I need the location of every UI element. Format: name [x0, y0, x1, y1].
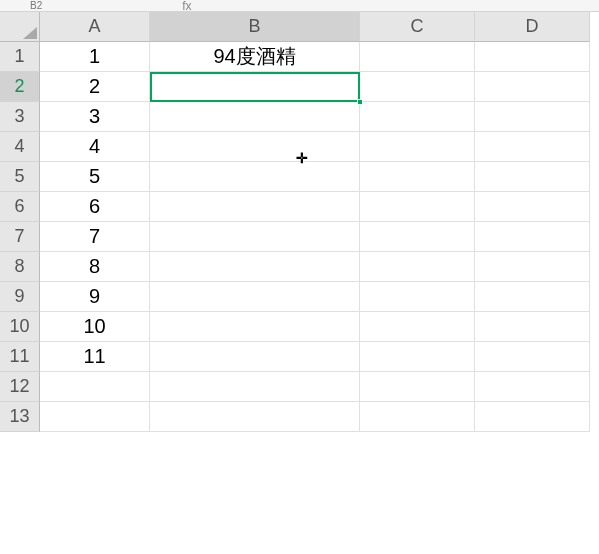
col-header-B[interactable]: B	[150, 12, 360, 42]
cell-D10[interactable]	[475, 312, 590, 342]
cell-B8[interactable]	[150, 252, 360, 282]
col-header-D[interactable]: D	[475, 12, 590, 42]
cell-A4[interactable]: 4	[40, 132, 150, 162]
cell-A5[interactable]: 5	[40, 162, 150, 192]
cell-D13[interactable]	[475, 402, 590, 432]
cell-D2[interactable]	[475, 72, 590, 102]
fill-handle[interactable]	[357, 99, 363, 105]
cell-D1[interactable]	[475, 42, 590, 72]
cell-D5[interactable]	[475, 162, 590, 192]
cell-B6[interactable]	[150, 192, 360, 222]
cell-B11[interactable]	[150, 342, 360, 372]
cell-C6[interactable]	[360, 192, 475, 222]
cell-C3[interactable]	[360, 102, 475, 132]
name-box[interactable]: B2	[20, 0, 52, 11]
cell-B10[interactable]	[150, 312, 360, 342]
cell-C1[interactable]	[360, 42, 475, 72]
cell-A13[interactable]	[40, 402, 150, 432]
cell-B7[interactable]	[150, 222, 360, 252]
cell-A9[interactable]: 9	[40, 282, 150, 312]
cell-D7[interactable]	[475, 222, 590, 252]
cell-D9[interactable]	[475, 282, 590, 312]
cell-C2[interactable]	[360, 72, 475, 102]
cell-A7[interactable]: 7	[40, 222, 150, 252]
row-header-2[interactable]: 2	[0, 72, 40, 102]
cell-B1[interactable]: 94度酒精	[150, 42, 360, 72]
row-header-1[interactable]: 1	[0, 42, 40, 72]
row-header-10[interactable]: 10	[0, 312, 40, 342]
cell-A1[interactable]: 1	[40, 42, 150, 72]
cell-D6[interactable]	[475, 192, 590, 222]
row-header-13[interactable]: 13	[0, 402, 40, 432]
formula-bar: B2 fx	[0, 0, 599, 12]
cell-C7[interactable]	[360, 222, 475, 252]
cell-C12[interactable]	[360, 372, 475, 402]
col-header-C[interactable]: C	[360, 12, 475, 42]
cell-D8[interactable]	[475, 252, 590, 282]
cell-A11[interactable]: 11	[40, 342, 150, 372]
row-header-8[interactable]: 8	[0, 252, 40, 282]
cell-D4[interactable]	[475, 132, 590, 162]
cell-C13[interactable]	[360, 402, 475, 432]
cell-D12[interactable]	[475, 372, 590, 402]
cell-B13[interactable]	[150, 402, 360, 432]
fx-icon[interactable]: fx	[182, 0, 191, 12]
col-header-A[interactable]: A	[40, 12, 150, 42]
row-header-12[interactable]: 12	[0, 372, 40, 402]
cell-C11[interactable]	[360, 342, 475, 372]
cell-A6[interactable]: 6	[40, 192, 150, 222]
cell-C10[interactable]	[360, 312, 475, 342]
cell-B3[interactable]	[150, 102, 360, 132]
cell-B12[interactable]	[150, 372, 360, 402]
row-header-9[interactable]: 9	[0, 282, 40, 312]
cell-C9[interactable]	[360, 282, 475, 312]
cell-B4[interactable]	[150, 132, 360, 162]
cell-A2[interactable]: 2	[40, 72, 150, 102]
row-header-5[interactable]: 5	[0, 162, 40, 192]
cell-B5[interactable]	[150, 162, 360, 192]
row-header-3[interactable]: 3	[0, 102, 40, 132]
cell-D3[interactable]	[475, 102, 590, 132]
cell-C5[interactable]	[360, 162, 475, 192]
cell-C4[interactable]	[360, 132, 475, 162]
cell-A12[interactable]	[40, 372, 150, 402]
row-header-7[interactable]: 7	[0, 222, 40, 252]
cell-C8[interactable]	[360, 252, 475, 282]
cell-B2[interactable]	[150, 72, 360, 102]
cell-A8[interactable]: 8	[40, 252, 150, 282]
cell-A10[interactable]: 10	[40, 312, 150, 342]
row-header-4[interactable]: 4	[0, 132, 40, 162]
cell-A3[interactable]: 3	[40, 102, 150, 132]
spreadsheet-grid[interactable]: A B C D 1 1 94度酒精 2 2 3 3 4 4 5 5 6 6 7 …	[0, 12, 599, 432]
select-all-corner[interactable]	[0, 12, 40, 42]
cell-B9[interactable]	[150, 282, 360, 312]
row-header-6[interactable]: 6	[0, 192, 40, 222]
cell-D11[interactable]	[475, 342, 590, 372]
row-header-11[interactable]: 11	[0, 342, 40, 372]
